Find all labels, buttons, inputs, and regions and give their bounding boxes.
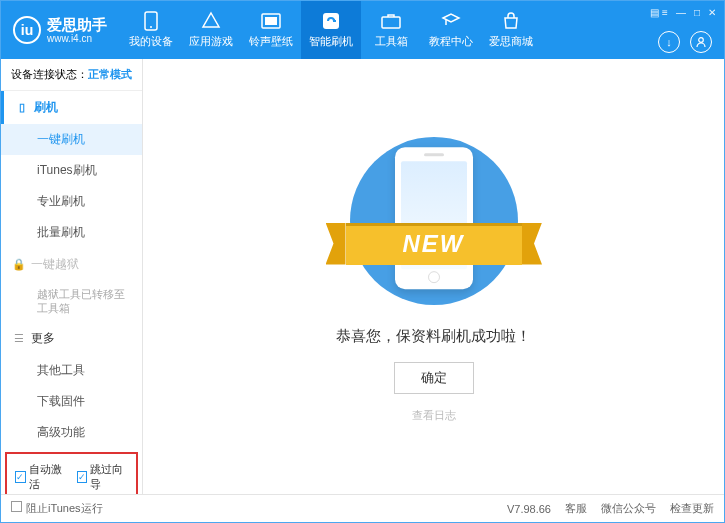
main-content: NEW 恭喜您，保资料刷机成功啦！ 确定 查看日志 xyxy=(143,59,724,494)
app-header: iu 爱思助手 www.i4.cn 我的设备 应用游戏 铃声壁纸 智能刷机 xyxy=(1,1,724,59)
nav-label: 爱思商城 xyxy=(489,34,533,49)
sidebar-section-flash[interactable]: ▯ 刷机 xyxy=(1,91,142,124)
toolbox-icon xyxy=(381,11,401,31)
chk-label: 跳过向导 xyxy=(90,462,128,492)
nav-store[interactable]: 爱思商城 xyxy=(481,1,541,59)
checkbox-skip-guide[interactable]: ✓跳过向导 xyxy=(77,462,129,492)
section-label: 一键越狱 xyxy=(31,256,79,273)
nav-tutorials[interactable]: 教程中心 xyxy=(421,1,481,59)
nav-label: 工具箱 xyxy=(375,34,408,49)
sidebar-item-itunes-flash[interactable]: iTunes刷机 xyxy=(1,155,142,186)
header-actions: ↓ xyxy=(658,31,712,53)
view-log-link[interactable]: 查看日志 xyxy=(412,408,456,423)
sidebar-section-jailbreak: 🔒 一键越狱 xyxy=(1,248,142,281)
brand-title: 爱思助手 xyxy=(47,16,107,33)
chk-label: 自动激活 xyxy=(29,462,67,492)
sidebar-item-download-fw[interactable]: 下载固件 xyxy=(1,386,142,417)
nav-ringtones[interactable]: 铃声壁纸 xyxy=(241,1,301,59)
download-icon[interactable]: ↓ xyxy=(658,31,680,53)
app-window: iu 爱思助手 www.i4.cn 我的设备 应用游戏 铃声壁纸 智能刷机 xyxy=(0,0,725,523)
sidebar: 设备连接状态：正常模式 ▯ 刷机 一键刷机 iTunes刷机 专业刷机 批量刷机… xyxy=(1,59,143,494)
nav-smart-flash[interactable]: 智能刷机 xyxy=(301,1,361,59)
jailbreak-note: 越狱工具已转移至工具箱 xyxy=(1,281,142,322)
sidebar-item-pro-flash[interactable]: 专业刷机 xyxy=(1,186,142,217)
sidebar-item-advanced[interactable]: 高级功能 xyxy=(1,417,142,448)
checkbox-block-itunes[interactable]: 阻止iTunes运行 xyxy=(11,501,103,516)
sidebar-section-more[interactable]: ☰ 更多 xyxy=(1,322,142,355)
conn-mode: 正常模式 xyxy=(88,68,132,80)
ribbon-text: NEW xyxy=(346,223,522,265)
options-highlight-box: ✓自动激活 ✓跳过向导 xyxy=(5,452,138,494)
store-icon xyxy=(501,11,521,31)
apps-icon xyxy=(201,11,221,31)
ok-button[interactable]: 确定 xyxy=(394,362,474,394)
user-icon[interactable] xyxy=(690,31,712,53)
new-ribbon: NEW xyxy=(326,223,542,265)
footer-update[interactable]: 检查更新 xyxy=(670,501,714,516)
wallpaper-icon xyxy=(261,11,281,31)
sidebar-item-other-tools[interactable]: 其他工具 xyxy=(1,355,142,386)
footer-label: 阻止iTunes运行 xyxy=(26,502,103,514)
brand-url: www.i4.cn xyxy=(47,33,107,45)
lock-icon: 🔒 xyxy=(13,259,25,271)
svg-point-1 xyxy=(150,26,152,28)
version-text: V7.98.66 xyxy=(507,503,551,515)
nav-apps[interactable]: 应用游戏 xyxy=(181,1,241,59)
maximize-icon[interactable]: □ xyxy=(694,7,700,18)
sidebar-item-batch-flash[interactable]: 批量刷机 xyxy=(1,217,142,248)
svg-point-6 xyxy=(699,38,704,43)
checkbox-auto-activate[interactable]: ✓自动激活 xyxy=(15,462,67,492)
nav-label: 铃声壁纸 xyxy=(249,34,293,49)
footer-wechat[interactable]: 微信公众号 xyxy=(601,501,656,516)
logo: iu 爱思助手 www.i4.cn xyxy=(1,16,121,45)
svg-rect-5 xyxy=(382,17,400,28)
more-icon: ☰ xyxy=(13,332,25,344)
close-icon[interactable]: ✕ xyxy=(708,7,716,18)
nav-label: 我的设备 xyxy=(129,34,173,49)
nav-my-device[interactable]: 我的设备 xyxy=(121,1,181,59)
conn-label: 设备连接状态： xyxy=(11,68,88,80)
minimize-icon[interactable]: — xyxy=(676,7,686,18)
nav-label: 应用游戏 xyxy=(189,34,233,49)
logo-icon: iu xyxy=(13,16,41,44)
svg-rect-3 xyxy=(265,17,277,25)
sidebar-item-oneclick-flash[interactable]: 一键刷机 xyxy=(1,124,142,155)
success-illustration: NEW xyxy=(344,131,524,311)
section-label: 刷机 xyxy=(34,99,58,116)
section-label: 更多 xyxy=(31,330,55,347)
nav-label: 教程中心 xyxy=(429,34,473,49)
svg-rect-4 xyxy=(323,13,339,29)
nav-label: 智能刷机 xyxy=(309,34,353,49)
status-bar: 阻止iTunes运行 V7.98.66 客服 微信公众号 检查更新 xyxy=(1,494,724,522)
main-nav: 我的设备 应用游戏 铃声壁纸 智能刷机 工具箱 教程中心 xyxy=(121,1,541,59)
footer-service[interactable]: 客服 xyxy=(565,501,587,516)
connection-status: 设备连接状态：正常模式 xyxy=(1,59,142,91)
phone-icon xyxy=(141,11,161,31)
tutorial-icon xyxy=(441,11,461,31)
window-controls: ▤ ≡ — □ ✕ xyxy=(650,7,716,18)
flash-icon xyxy=(321,11,341,31)
app-body: 设备连接状态：正常模式 ▯ 刷机 一键刷机 iTunes刷机 专业刷机 批量刷机… xyxy=(1,59,724,494)
nav-toolbox[interactable]: 工具箱 xyxy=(361,1,421,59)
menu-icon[interactable]: ▤ ≡ xyxy=(650,7,668,18)
success-message: 恭喜您，保资料刷机成功啦！ xyxy=(336,327,531,346)
phone-small-icon: ▯ xyxy=(16,102,28,114)
